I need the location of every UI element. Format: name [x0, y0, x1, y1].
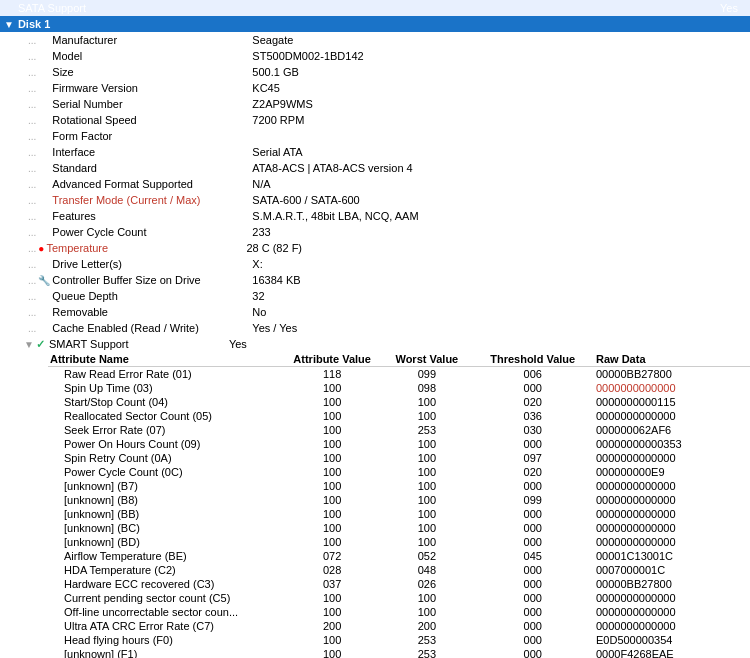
tree-line: ... — [28, 323, 36, 334]
smart-worst-val: 100 — [382, 591, 471, 605]
smart-table-row: Power Cycle Count (0C) 100 100 020 00000… — [48, 465, 750, 479]
smart-worst-val: 100 — [382, 493, 471, 507]
property-row-adv_format: ... Advanced Format Supported N/A — [0, 176, 750, 192]
smart-attr-val: 100 — [282, 423, 382, 437]
prop-value-adv_format: N/A — [252, 178, 270, 190]
smart-thresh-val: 000 — [471, 633, 594, 647]
smart-worst-val: 026 — [382, 577, 471, 591]
property-row-serial: ... Serial Number Z2AP9WMS — [0, 96, 750, 112]
smart-attr-val: 118 — [282, 367, 382, 382]
smart-thresh-val: 000 — [471, 381, 594, 395]
tree-line: ... — [28, 51, 36, 62]
smart-worst-val: 253 — [382, 423, 471, 437]
smart-attr-val: 100 — [282, 493, 382, 507]
col-header-raw: Raw Data — [594, 352, 750, 367]
smart-check-icon: ✓ — [36, 338, 45, 351]
smart-value: Yes — [229, 338, 247, 350]
smart-worst-val: 100 — [382, 409, 471, 423]
smart-table: Attribute Name Attribute Value Worst Val… — [48, 352, 750, 658]
prop-value-cache_enabled: Yes / Yes — [252, 322, 297, 334]
sata-value: Yes — [720, 2, 746, 14]
col-header-worst: Worst Value — [382, 352, 471, 367]
smart-table-row: Start/Stop Count (04) 100 100 020 000000… — [48, 395, 750, 409]
prop-label-rotation: Rotational Speed — [52, 114, 252, 126]
smart-attr-val: 100 — [282, 409, 382, 423]
smart-thresh-val: 000 — [471, 479, 594, 493]
property-row-features: ... Features S.M.A.R.T., 48bit LBA, NCQ,… — [0, 208, 750, 224]
smart-worst-val: 100 — [382, 605, 471, 619]
smart-table-row: HDA Temperature (C2) 028 048 000 0007000… — [48, 563, 750, 577]
property-row-model: ... Model ST500DM002-1BD142 — [0, 48, 750, 64]
smart-worst-val: 100 — [382, 507, 471, 521]
prop-label-removable: Removable — [52, 306, 252, 318]
tree-line: ... — [28, 291, 36, 302]
property-row-drive_letter: ... Drive Letter(s) X: — [0, 256, 750, 272]
tree-line: ... — [28, 35, 36, 46]
property-row-manufacturer: ... Manufacturer Seagate — [0, 32, 750, 48]
smart-thresh-val: 000 — [471, 521, 594, 535]
smart-thresh-val: 097 — [471, 451, 594, 465]
smart-raw-val: 00000BB27800 — [594, 577, 750, 591]
smart-attr-val: 100 — [282, 451, 382, 465]
smart-thresh-val: 030 — [471, 423, 594, 437]
property-row-ctrl_buffer: ... 🔧 Controller Buffer Size on Drive 16… — [0, 272, 750, 288]
smart-expand-icon[interactable]: ▼ — [24, 339, 34, 350]
smart-label: SMART Support — [49, 338, 229, 350]
smart-attr-name: Raw Read Error Rate (01) — [48, 367, 282, 382]
prop-label-serial: Serial Number — [52, 98, 252, 110]
smart-table-row: Seek Error Rate (07) 100 253 030 0000000… — [48, 423, 750, 437]
prop-label-features: Features — [52, 210, 252, 222]
smart-worst-val: 253 — [382, 647, 471, 658]
prop-label-transfer: Transfer Mode (Current / Max) — [52, 194, 252, 206]
sata-support-row: SATA Support Yes — [0, 0, 750, 16]
property-row-queue_depth: ... Queue Depth 32 — [0, 288, 750, 304]
smart-attr-name: Spin Up Time (03) — [48, 381, 282, 395]
smart-raw-val: 0000000000000 — [594, 409, 750, 423]
prop-value-drive_letter: X: — [252, 258, 262, 270]
smart-attr-name: Power On Hours Count (09) — [48, 437, 282, 451]
smart-attr-val: 100 — [282, 591, 382, 605]
tree-line: ... — [28, 243, 36, 254]
smart-worst-val: 100 — [382, 437, 471, 451]
disk-expand-icon[interactable]: ▼ — [4, 19, 14, 30]
smart-attr-val: 100 — [282, 479, 382, 493]
smart-raw-val: 0000000000000 — [594, 479, 750, 493]
prop-label-queue_depth: Queue Depth — [52, 290, 252, 302]
smart-worst-val: 100 — [382, 521, 471, 535]
smart-attr-val: 037 — [282, 577, 382, 591]
smart-raw-val: 0000000000000 — [594, 535, 750, 549]
properties-section: ... Manufacturer Seagate ... Model ST500… — [0, 32, 750, 336]
smart-attr-name: HDA Temperature (C2) — [48, 563, 282, 577]
property-row-form: ... Form Factor — [0, 128, 750, 144]
wrench-icon: 🔧 — [38, 275, 50, 286]
smart-attr-name: Hardware ECC recovered (C3) — [48, 577, 282, 591]
prop-value-size: 500.1 GB — [252, 66, 298, 78]
smart-thresh-val: 000 — [471, 437, 594, 451]
smart-table-row: Ultra ATA CRC Error Rate (C7) 200 200 00… — [48, 619, 750, 633]
property-row-rotation: ... Rotational Speed 7200 RPM — [0, 112, 750, 128]
smart-table-row: Power On Hours Count (09) 100 100 000 00… — [48, 437, 750, 451]
smart-worst-val: 100 — [382, 465, 471, 479]
smart-thresh-val: 000 — [471, 619, 594, 633]
prop-value-interface: Serial ATA — [252, 146, 302, 158]
smart-attr-name: Reallocated Sector Count (05) — [48, 409, 282, 423]
prop-value-temperature: 28 C (82 F) — [246, 242, 302, 254]
smart-table-row: [unknown] (F1) 100 253 000 0000F4268EAE — [48, 647, 750, 658]
smart-worst-val: 100 — [382, 395, 471, 409]
smart-attr-name: Ultra ATA CRC Error Rate (C7) — [48, 619, 282, 633]
smart-thresh-val: 000 — [471, 563, 594, 577]
smart-raw-val: 0000000000000 — [594, 381, 750, 395]
smart-worst-val: 098 — [382, 381, 471, 395]
smart-attr-val: 100 — [282, 395, 382, 409]
prop-label-firmware: Firmware Version — [52, 82, 252, 94]
prop-label-manufacturer: Manufacturer — [52, 34, 252, 46]
smart-thresh-val: 000 — [471, 535, 594, 549]
tree-line: ... — [28, 195, 36, 206]
smart-support-section-header: ▼ ✓ SMART Support Yes — [0, 336, 750, 352]
tree-line: ... — [28, 259, 36, 270]
smart-table-row: [unknown] (B8) 100 100 099 0000000000000 — [48, 493, 750, 507]
disk-header: ▼ Disk 1 — [0, 16, 750, 32]
smart-worst-val: 200 — [382, 619, 471, 633]
smart-worst-val: 048 — [382, 563, 471, 577]
smart-attr-name: Airflow Temperature (BE) — [48, 549, 282, 563]
